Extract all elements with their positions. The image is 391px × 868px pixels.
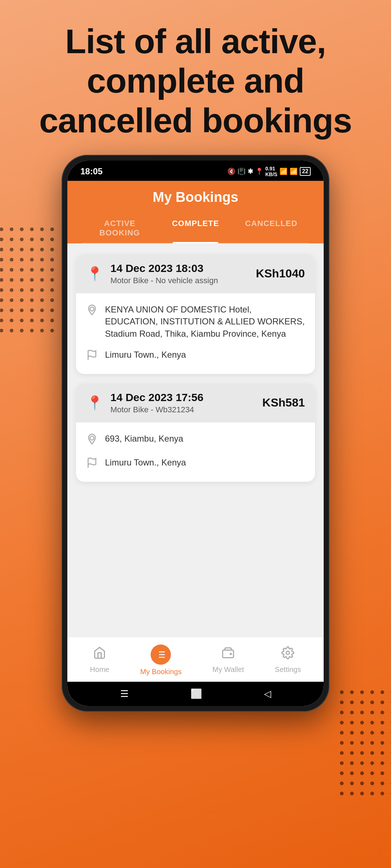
pin-icon-2: 📍 — [86, 395, 103, 411]
pickup-location-icon-1 — [86, 304, 98, 319]
nav-settings-label: Settings — [275, 665, 301, 674]
dropoff-flag-icon-1 — [86, 349, 98, 364]
bookings-circle-icon — [151, 644, 171, 665]
app-header: My Bookings ACTIVE BOOKING COMPLETE CANC… — [67, 181, 324, 243]
page-title: My Bookings — [82, 190, 309, 212]
settings-icon — [281, 646, 294, 663]
nav-home-label: Home — [90, 665, 109, 674]
booking-card-1-info: 14 Dec 2023 18:03 Motor Bike - No vehicl… — [110, 262, 218, 285]
booking-1-dropoff: Limuru Town., Kenya — [105, 349, 186, 361]
home-icon — [93, 646, 106, 663]
booking-1-dropoff-row: Limuru Town., Kenya — [86, 349, 305, 364]
booking-card-2-info: 14 Dec 2023 17:56 Motor Bike - Wb321234 — [110, 391, 203, 414]
wifi-icon: 📶 — [279, 167, 287, 175]
booking-2-pickup-row: 693, Kiambu, Kenya — [86, 433, 305, 448]
booking-2-datetime: 14 Dec 2023 17:56 — [110, 391, 203, 404]
nav-item-settings[interactable]: Settings — [275, 646, 301, 674]
gesture-home[interactable]: ⬜ — [190, 688, 202, 699]
wallet-icon — [222, 646, 235, 663]
nav-item-bookings[interactable]: My Bookings — [140, 644, 182, 676]
booking-card-2-body: 693, Kiambu, Kenya Limuru Town., Kenya — [76, 422, 315, 482]
booking-2-dropoff-row: Limuru Town., Kenya — [86, 456, 305, 472]
gesture-back[interactable]: ◁ — [264, 688, 271, 699]
tab-complete[interactable]: COMPLETE — [157, 212, 233, 243]
pickup-location-icon-2 — [86, 433, 98, 448]
booking-card-1[interactable]: 📍 14 Dec 2023 18:03 Motor Bike - No vehi… — [76, 254, 315, 374]
hero-section: List of all active, complete and cancell… — [0, 0, 391, 155]
phone-screen: 18:05 🔇 📳 ✱ 📍 0.91KB/S 📶 📶 22 My Booking… — [67, 161, 324, 706]
tabs-container: ACTIVE BOOKING COMPLETE CANCELLED — [82, 212, 309, 243]
booking-card-2-header-left: 📍 14 Dec 2023 17:56 Motor Bike - Wb32123… — [86, 391, 203, 414]
booking-card-2[interactable]: 📍 14 Dec 2023 17:56 Motor Bike - Wb32123… — [76, 383, 315, 482]
booking-2-pickup: 693, Kiambu, Kenya — [105, 433, 183, 445]
nav-item-home[interactable]: Home — [90, 646, 109, 674]
booking-1-pickup-row: KENYA UNION OF DOMESTIC Hotel, EDUCATION… — [86, 303, 305, 340]
booking-1-pickup: KENYA UNION OF DOMESTIC Hotel, EDUCATION… — [105, 303, 305, 340]
status-time: 18:05 — [80, 166, 102, 176]
booking-2-price: KSh581 — [262, 396, 305, 409]
booking-card-1-header: 📍 14 Dec 2023 18:03 Motor Bike - No vehi… — [76, 254, 315, 293]
bottom-nav: Home My Bookings — [67, 637, 324, 682]
gesture-menu[interactable]: ☰ — [120, 688, 129, 699]
phone-wrapper: 18:05 🔇 📳 ✱ 📍 0.91KB/S 📶 📶 22 My Booking… — [0, 155, 391, 712]
booking-1-datetime: 14 Dec 2023 18:03 — [110, 262, 218, 275]
svg-point-2 — [90, 436, 94, 440]
nav-bookings-label: My Bookings — [140, 668, 182, 676]
vibrate-icon: 📳 — [237, 167, 245, 175]
booking-card-1-body: KENYA UNION OF DOMESTIC Hotel, EDUCATION… — [76, 293, 315, 374]
booking-card-1-header-left: 📍 14 Dec 2023 18:03 Motor Bike - No vehi… — [86, 262, 218, 285]
nav-wallet-label: My Wallet — [213, 665, 244, 674]
dropoff-flag-icon-2 — [86, 457, 98, 472]
tab-cancelled[interactable]: CANCELLED — [234, 212, 309, 243]
status-icons: 🔇 📳 ✱ 📍 0.91KB/S 📶 📶 22 — [227, 166, 311, 177]
gesture-bar: ☰ ⬜ ◁ — [67, 682, 324, 706]
pin-icon-1: 📍 — [86, 266, 103, 282]
booking-card-2-header: 📍 14 Dec 2023 17:56 Motor Bike - Wb32123… — [76, 383, 315, 422]
location-icon: 📍 — [255, 167, 263, 175]
booking-2-vehicle: Motor Bike - Wb321234 — [110, 405, 203, 414]
hero-title: List of all active, complete and cancell… — [29, 22, 362, 140]
status-bar: 18:05 🔇 📳 ✱ 📍 0.91KB/S 📶 📶 22 — [67, 161, 324, 181]
bluetooth-icon: ✱ — [248, 167, 253, 175]
svg-point-11 — [230, 654, 231, 655]
booking-2-dropoff: Limuru Town., Kenya — [105, 456, 186, 469]
data-speed: 0.91KB/S — [265, 166, 277, 177]
booking-1-vehicle: Motor Bike - No vehicle assign — [110, 276, 218, 285]
booking-1-price: KSh1040 — [256, 267, 305, 280]
svg-point-0 — [90, 307, 94, 311]
content-area: 📍 14 Dec 2023 18:03 Motor Bike - No vehi… — [67, 243, 324, 637]
phone-frame: 18:05 🔇 📳 ✱ 📍 0.91KB/S 📶 📶 22 My Booking… — [62, 155, 329, 712]
mute-icon: 🔇 — [227, 167, 235, 175]
svg-point-12 — [286, 651, 290, 655]
battery-icon: 22 — [300, 167, 311, 176]
tab-active-booking[interactable]: ACTIVE BOOKING — [82, 212, 157, 243]
signal-icon: 📶 — [290, 167, 298, 175]
nav-item-wallet[interactable]: My Wallet — [213, 646, 244, 674]
